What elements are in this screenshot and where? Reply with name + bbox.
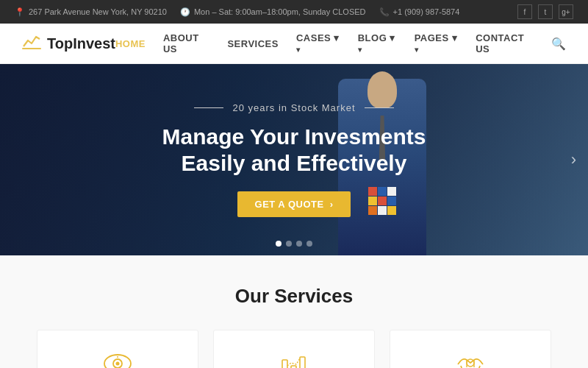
hero-dot-2[interactable] (286, 241, 292, 247)
service-card-market-research: Market Research Assessment of viability,… (37, 330, 198, 368)
logo-icon (22, 33, 41, 54)
cta-label: Get A Quote (255, 199, 324, 210)
hero-dot-3[interactable] (296, 241, 302, 247)
hero-title: Manage Your InvesmentsEasily and Effecti… (162, 124, 426, 177)
topbar-phone: 📞 +1 (909) 987-5874 (379, 7, 460, 17)
phone-icon: 📞 (379, 7, 390, 17)
topbar: 📍 267 Park Avenue New York, NY 90210 🕐 M… (0, 0, 588, 24)
hero-tagline: 20 years in Stock Market (162, 102, 426, 113)
navbar: TopInvest HOME ABOUT US SERVICES CASES ▾… (0, 24, 588, 64)
handshake-icon (405, 353, 536, 368)
services-grid: Market Research Assessment of viability,… (22, 330, 566, 368)
twitter-icon[interactable]: t (538, 4, 553, 19)
hours-text: Mon – Sat: 9:00am–18:00pm, Sunday CLOSED (194, 7, 366, 16)
svg-rect-0 (22, 48, 41, 49)
hero-dot-4[interactable] (306, 241, 312, 247)
hero-next-arrow[interactable]: › (571, 150, 576, 169)
service-card-investment: Investment Management Assessment of viab… (213, 330, 375, 368)
nav-contact[interactable]: CONTACT US (476, 32, 534, 54)
cta-arrow-icon: › (330, 199, 334, 210)
nav-links: HOME ABOUT US SERVICES CASES ▾ BLOG ▾ PA… (115, 32, 566, 54)
search-icon[interactable]: 🔍 (551, 37, 566, 51)
services-title: Our Services (22, 285, 566, 308)
nav-about[interactable]: ABOUT US (163, 32, 209, 54)
nav-home[interactable]: HOME (115, 38, 146, 49)
clock-icon: 🕐 (180, 7, 190, 17)
location-icon: 📍 (15, 7, 25, 17)
logo[interactable]: TopInvest (22, 33, 115, 54)
logo-text: TopInvest (47, 35, 115, 52)
svg-rect-6 (282, 360, 287, 368)
nav-cases[interactable]: CASES ▾ (296, 32, 340, 54)
hero-dots (276, 241, 312, 247)
service-card-sales: Sales & Trading Assessment of viability,… (390, 330, 551, 368)
googleplus-icon[interactable]: g+ (559, 4, 573, 19)
address-text: 267 Park Avenue New York, NY 90210 (29, 7, 167, 16)
svg-point-3 (116, 362, 120, 366)
nav-services[interactable]: SERVICES (227, 38, 279, 49)
nav-pages[interactable]: PAGES ▾ (415, 32, 459, 54)
eye-icon (52, 353, 183, 368)
hero-dot-1[interactable] (276, 241, 282, 247)
topbar-left: 📍 267 Park Avenue New York, NY 90210 🕐 M… (15, 7, 459, 17)
topbar-hours: 🕐 Mon – Sat: 9:00am–18:00pm, Sunday CLOS… (180, 7, 366, 17)
hero-section: 20 years in Stock Market Manage Your Inv… (0, 64, 588, 255)
hero-content: 20 years in Stock Market Manage Your Inv… (147, 88, 440, 232)
tagline-text: 20 years in Stock Market (232, 102, 355, 113)
tagline-line-left (194, 107, 223, 108)
chart-icon (229, 353, 359, 368)
tagline-line-right (365, 107, 394, 108)
social-icons: f t g+ (517, 4, 573, 19)
topbar-address: 📍 267 Park Avenue New York, NY 90210 (15, 7, 167, 17)
cta-button[interactable]: Get A Quote › (237, 191, 351, 217)
facebook-icon[interactable]: f (517, 4, 532, 19)
svg-rect-8 (300, 357, 305, 368)
services-section: Our Services Market Research Assessment … (0, 255, 588, 368)
topbar-right: f t g+ (517, 4, 573, 19)
phone-text: +1 (909) 987-5874 (393, 7, 460, 16)
nav-blog[interactable]: BLOG ▾ (358, 32, 397, 54)
